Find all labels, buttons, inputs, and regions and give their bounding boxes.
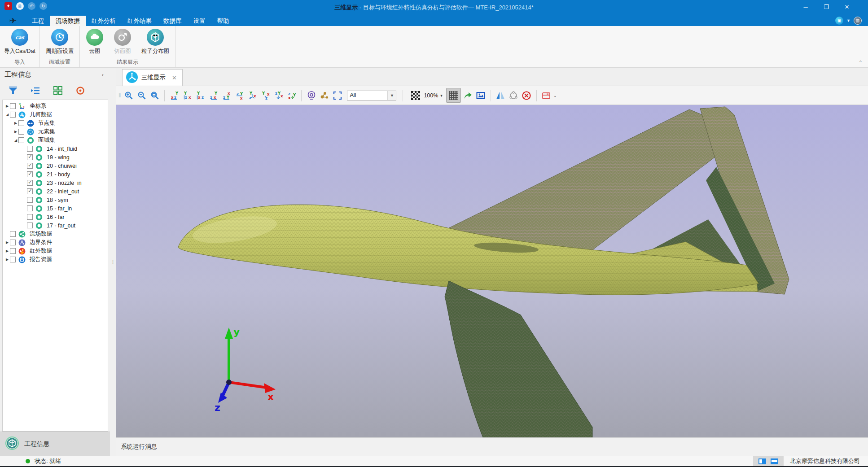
panel-footer-tab[interactable]: 工程信息 — [0, 432, 110, 456]
tree-checkbox[interactable] — [10, 231, 16, 237]
tree-item[interactable]: 14 - int_fluid — [3, 144, 108, 153]
view-iso-1-button[interactable]: Yzx — [246, 89, 259, 101]
tree-item[interactable]: ▶红外数据 — [3, 247, 108, 255]
view-top-button[interactable]: xzY — [220, 89, 232, 101]
tree-checkbox[interactable] — [18, 129, 24, 135]
combo-dropdown-icon[interactable]: ▼ — [387, 91, 396, 100]
expander-open-icon[interactable]: ◢ — [4, 113, 10, 117]
tree-item[interactable]: ▶节点集 — [3, 119, 108, 127]
tree-item[interactable]: 20 - chuiwei — [3, 161, 108, 170]
expander-open-icon[interactable]: ◢ — [13, 138, 18, 142]
menu-item-2[interactable]: 流场数据 — [50, 16, 86, 26]
ribbon-button-period-clock[interactable]: 周期面设置 — [41, 26, 79, 55]
menu-item-4[interactable]: 红外结果 — [122, 16, 158, 26]
redo-button[interactable]: ↻ — [39, 2, 47, 10]
tree-checkbox[interactable] — [27, 154, 33, 160]
minimize-button[interactable]: ─ — [795, 0, 816, 13]
new-file-button[interactable]: 🗎 — [16, 2, 24, 10]
tree-item[interactable]: 23 - nozzle_in — [3, 179, 108, 187]
locate-icon[interactable] — [75, 86, 85, 96]
zoom-out-button[interactable] — [136, 89, 148, 101]
transparency-button[interactable] — [409, 89, 421, 101]
tree-item[interactable]: ◢面域集 — [3, 136, 108, 144]
tree-item[interactable]: 18 - sym — [3, 196, 108, 204]
tree-checkbox[interactable] — [10, 112, 16, 118]
ribbon-collapse-button[interactable]: ⌃ — [859, 60, 863, 65]
mesh-toggle-button[interactable] — [446, 88, 461, 103]
tree-checkbox[interactable] — [27, 188, 33, 194]
tree-item[interactable]: ▶边界条件 — [3, 238, 108, 247]
view-iso-2-button[interactable]: Yxz — [259, 89, 272, 101]
view-iso-4-button[interactable]: zxY — [285, 89, 298, 101]
mirror-button[interactable] — [495, 89, 507, 101]
expander-closed-icon[interactable]: ▶ — [4, 258, 10, 262]
undo-button[interactable]: ↶ — [28, 2, 35, 10]
save-view-dropdown-icon[interactable]: ⌄ — [553, 93, 557, 98]
view-right-button[interactable]: zxY — [207, 89, 219, 101]
tree-checkbox[interactable] — [10, 257, 16, 262]
tree-item[interactable]: 22 - inlet_out — [3, 187, 108, 196]
filter-icon[interactable] — [8, 86, 18, 96]
tree-checkbox[interactable] — [27, 214, 33, 220]
view-iso-3-button[interactable]: zYx — [272, 89, 285, 101]
panel-collapse-button[interactable]: ‹ — [100, 71, 105, 78]
tree-checkbox[interactable] — [27, 197, 33, 203]
tree-checkbox[interactable] — [18, 137, 24, 143]
menu-item-6[interactable]: 设置 — [188, 16, 211, 26]
tree-item[interactable]: 15 - far_in — [3, 204, 108, 213]
tree-checkbox[interactable] — [10, 103, 16, 109]
menu-item-1[interactable]: 工程 — [26, 16, 50, 26]
tree-checkbox[interactable] — [27, 180, 33, 186]
view-front-button[interactable]: xzY — [168, 89, 180, 101]
expander-closed-icon[interactable]: ▶ — [4, 249, 10, 253]
display-filter-combobox[interactable]: All ▼ — [347, 91, 396, 100]
zoom-level-value[interactable]: 100% — [424, 92, 438, 99]
probe-button[interactable] — [305, 89, 317, 101]
panel-splitter[interactable]: ⁞ — [110, 68, 116, 456]
tree-item[interactable]: 17 - far_out — [3, 221, 108, 230]
toolbar-drag-handle[interactable]: ‖ — [118, 92, 120, 99]
share-export-button[interactable] — [462, 89, 474, 101]
grid-view-icon[interactable] — [53, 86, 63, 96]
close-button[interactable]: ✕ — [837, 0, 857, 13]
expander-closed-icon[interactable]: ▶ — [4, 240, 10, 244]
tree-checkbox[interactable] — [27, 171, 33, 177]
tree-item[interactable]: 21 - body — [3, 170, 108, 179]
tree-item[interactable]: 流场数据 — [3, 230, 108, 238]
viewport-3d[interactable]: y x z — [116, 105, 868, 437]
particle-trace-button[interactable] — [318, 89, 330, 101]
menu-item-5[interactable]: 数据库 — [158, 16, 188, 26]
lasso-select-button[interactable] — [508, 89, 520, 101]
tree-checkbox[interactable] — [10, 248, 16, 254]
tree-item[interactable]: ◢几何数据 — [3, 110, 108, 119]
ribbon-button-cas[interactable]: cas导入Cas/Dat — [1, 26, 39, 55]
tree-item[interactable]: 19 - wing — [3, 153, 108, 161]
box-select-button[interactable] — [331, 89, 343, 101]
collapse-list-icon[interactable] — [31, 86, 40, 96]
snapshot-button[interactable] — [475, 89, 487, 101]
tree-checkbox[interactable] — [27, 146, 33, 152]
ribbon-button-particle[interactable]: 粒子分布图 — [136, 26, 174, 55]
zoom-fit-button[interactable] — [149, 89, 161, 101]
layout-bottom-icon[interactable] — [771, 458, 778, 464]
tab-3d-display[interactable]: 三维显示 ✕ — [122, 69, 183, 86]
menu-item-3[interactable]: 红外分析 — [86, 16, 122, 26]
maximize-button[interactable]: ❐ — [816, 0, 837, 13]
zoom-in-button[interactable] — [123, 89, 135, 101]
theme-toggle-icon[interactable]: ▣ — [835, 17, 843, 25]
tree-checkbox[interactable] — [10, 240, 16, 245]
chevron-down-icon[interactable]: ▼ — [846, 18, 850, 23]
tree-checkbox[interactable] — [27, 205, 33, 211]
tree-checkbox[interactable] — [18, 120, 24, 126]
ribbon-button-cloud[interactable]: 云图 — [81, 26, 109, 55]
expander-closed-icon[interactable]: ▶ — [13, 121, 18, 125]
view-bottom-button[interactable]: zYx — [233, 89, 245, 101]
expander-closed-icon[interactable]: ▶ — [13, 130, 18, 134]
tree-checkbox[interactable] — [27, 223, 33, 228]
view-back-button[interactable]: Yzx — [181, 89, 193, 101]
layout-switch-icon[interactable]: ▥ — [854, 17, 862, 25]
expander-closed-icon[interactable]: ▶ — [4, 104, 10, 108]
view-left-button[interactable]: Yxz — [194, 89, 206, 101]
menu-item-7[interactable]: 帮助 — [211, 16, 235, 26]
tree-item[interactable]: ▶Yzx坐标系 — [3, 102, 108, 110]
